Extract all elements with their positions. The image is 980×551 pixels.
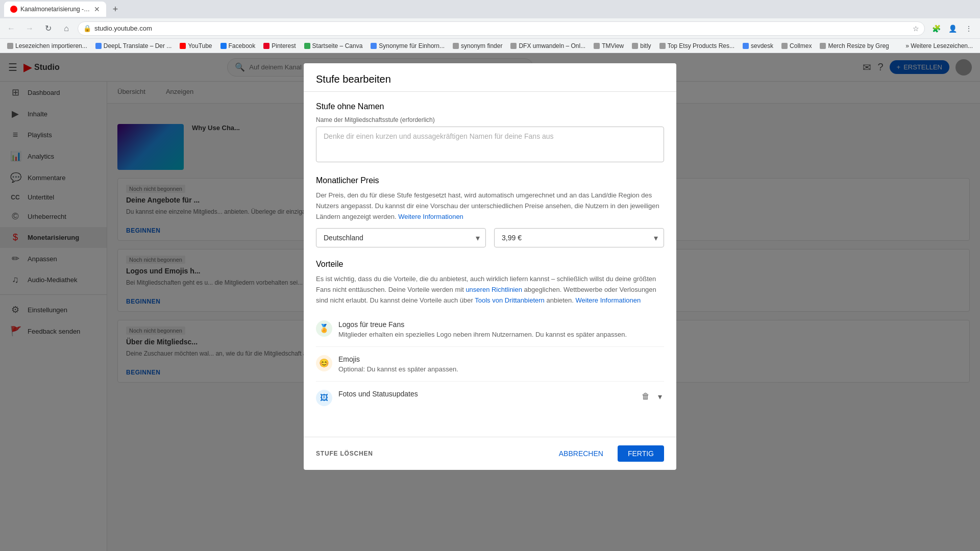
benefit-logos-content: Logos für treue Fans Mitglieder erhalten… xyxy=(338,320,664,338)
name-section: Stufe ohne Namen Name der Mitgliedschaft… xyxy=(316,102,664,164)
bookmark-label: Synonyme für Einhorn... xyxy=(379,42,445,49)
bookmark-favicon xyxy=(510,43,517,49)
modal-header: Stufe bearbeiten xyxy=(304,63,676,92)
bookmark-label: DFX umwandeln – Onl... xyxy=(519,42,585,49)
price-select[interactable]: 1,99 € 2,99 € 3,99 € 4,99 € 9,99 € xyxy=(494,228,664,247)
back-button[interactable]: ← xyxy=(4,21,18,36)
bookmark-youtube[interactable]: YouTube xyxy=(177,41,215,51)
section-title-name: Stufe ohne Namen xyxy=(316,102,664,111)
cancel-button[interactable]: ABBRECHEN xyxy=(551,445,611,462)
address-bar[interactable]: 🔒 studio.youtube.com ☆ xyxy=(78,21,925,36)
done-button[interactable]: FERTIG xyxy=(618,445,664,462)
bookmark-label: Collmex xyxy=(790,42,812,49)
bookmark-deepl[interactable]: DeepL Translate – Der ... xyxy=(92,41,175,51)
benefit-fotos-delete-btn[interactable]: 🗑 xyxy=(640,390,652,403)
tier-name-input[interactable] xyxy=(316,127,664,162)
bookmark-favicon xyxy=(263,43,270,49)
richtlinien-link[interactable]: unseren Richtlinien xyxy=(465,286,522,293)
bookmark-collmex[interactable]: Collmex xyxy=(778,41,815,51)
bookmark-favicon xyxy=(371,43,377,49)
country-select-wrap: Deutschland Österreich Schweiz ▾ xyxy=(316,228,486,247)
bookmark-synonym-finder[interactable]: synonym finder xyxy=(450,41,505,51)
new-tab-button[interactable]: + xyxy=(108,2,122,16)
section-title-price: Monatlicher Preis xyxy=(316,176,664,185)
delete-tier-button[interactable]: STUFE LÖSCHEN xyxy=(316,450,373,457)
bookmark-label: Startseite – Canva xyxy=(312,42,363,49)
country-select[interactable]: Deutschland Österreich Schweiz xyxy=(316,228,486,247)
benefit-logos-desc: Mitglieder erhalten ein spezielles Logo … xyxy=(338,331,664,338)
forward-button[interactable]: → xyxy=(22,21,37,36)
bookmark-favicon xyxy=(743,43,749,49)
tab-bar: Kanalmonetarisierung - YouTu... ✕ + xyxy=(0,0,980,18)
benefit-emojis-content: Emojis Optional: Du kannst es später anp… xyxy=(338,355,664,373)
bookmark-synonyme[interactable]: Synonyme für Einhorn... xyxy=(368,41,448,51)
bookmark-label: synonym finder xyxy=(461,42,502,49)
active-tab[interactable]: Kanalmonetarisierung - YouTu... ✕ xyxy=(4,2,106,17)
edit-tier-modal: Stufe bearbeiten Stufe ohne Namen Name d… xyxy=(304,63,676,470)
price-select-wrap: 1,99 € 2,99 € 3,99 € 4,99 € 9,99 € ▾ xyxy=(494,228,664,247)
more-bookmarks[interactable]: » Weitere Lesezeichen... xyxy=(902,41,976,51)
bookmark-label: bitly xyxy=(640,42,651,49)
benefit-fotos-icon: 🖼 xyxy=(316,390,332,406)
bookmark-label: YouTube xyxy=(188,42,212,49)
reload-button[interactable]: ↻ xyxy=(41,21,55,36)
extensions-icon[interactable]: 🧩 xyxy=(929,21,943,36)
benefit-fotos-actions: 🗑 ▾ xyxy=(640,390,664,404)
modal-overlay[interactable]: Stufe bearbeiten Stufe ohne Namen Name d… xyxy=(0,53,980,551)
bookmark-merch[interactable]: Merch Resize by Greg xyxy=(817,41,892,51)
bookmark-etsy[interactable]: Top Etsy Products Res... xyxy=(656,41,738,51)
bookmark-sevdesk[interactable]: sevdesk xyxy=(740,41,776,51)
benefits-section: Vorteile Es ist wichtig, dass du die Vor… xyxy=(316,260,664,414)
browser-menu-icon[interactable]: ⋮ xyxy=(962,21,976,36)
tools-link[interactable]: Tools von Drittanbietern xyxy=(475,296,545,304)
bookmark-dfx[interactable]: DFX umwandeln – Onl... xyxy=(507,41,589,51)
bookmark-favicon xyxy=(220,43,227,49)
section-title-benefits: Vorteile xyxy=(316,260,664,269)
bookmark-favicon xyxy=(304,43,310,49)
dropdowns-row: Deutschland Österreich Schweiz ▾ 1,99 € … xyxy=(316,228,664,247)
tab-title: Kanalmonetarisierung - YouTu... xyxy=(20,6,91,13)
bookmark-label: sevdesk xyxy=(751,42,773,49)
benefit-logos: 🏅 Logos für treue Fans Mitglieder erhalt… xyxy=(316,312,664,347)
benefit-fotos: 🖼 Fotos und Statusupdates 🗑 ▾ xyxy=(316,382,664,414)
bookmark-favicon xyxy=(7,43,13,49)
bookmark-label: Pinterest xyxy=(272,42,296,49)
bookmark-pinterest[interactable]: Pinterest xyxy=(260,41,299,51)
modal-footer: STUFE LÖSCHEN ABBRECHEN FERTIG xyxy=(304,437,676,470)
tab-close-button[interactable]: ✕ xyxy=(94,5,100,13)
benefit-emojis-title: Emojis xyxy=(338,355,664,363)
bookmark-label: DeepL Translate – Der ... xyxy=(104,42,172,49)
benefits-more-link[interactable]: Weitere Informationen xyxy=(576,296,641,304)
price-section: Monatlicher Preis Der Preis, den du für … xyxy=(316,176,664,247)
benefit-fotos-expand-btn[interactable]: ▾ xyxy=(656,390,664,404)
field-label-name: Name der Mitgliedschaftsstufe (erforderl… xyxy=(316,116,664,123)
bookmarks-bar: Lesezeichen importieren... DeepL Transla… xyxy=(0,39,980,53)
bookmark-label: Lesezeichen importieren... xyxy=(15,42,87,49)
home-button[interactable]: ⌂ xyxy=(59,21,74,36)
bookmark-favicon xyxy=(820,43,826,49)
address-text: studio.youtube.com xyxy=(94,24,152,32)
bookmark-import[interactable]: Lesezeichen importieren... xyxy=(4,41,90,51)
benefits-desc: Es ist wichtig, dass du die Vorteile, di… xyxy=(316,274,664,306)
footer-actions: ABBRECHEN FERTIG xyxy=(551,445,664,462)
bookmark-label: Merch Resize by Greg xyxy=(828,42,889,49)
benefit-logos-icon: 🏅 xyxy=(316,320,332,337)
bookmark-canva[interactable]: Startseite – Canva xyxy=(301,41,366,51)
bookmark-tmview[interactable]: TMView xyxy=(591,41,627,51)
profile-icon[interactable]: 👤 xyxy=(945,21,960,36)
bookmark-facebook[interactable]: Facebook xyxy=(217,41,259,51)
bookmark-bitly[interactable]: bitly xyxy=(629,41,654,51)
bookmark-favicon xyxy=(781,43,788,49)
modal-body: Stufe ohne Namen Name der Mitgliedschaft… xyxy=(304,92,676,437)
price-desc: Der Preis, den du für diese Stufe festge… xyxy=(316,190,664,222)
bookmark-favicon xyxy=(180,43,186,49)
browser-nav: ← → ↻ ⌂ 🔒 studio.youtube.com ☆ 🧩 👤 ⋮ xyxy=(0,18,980,39)
bookmark-star-icon[interactable]: ☆ xyxy=(913,24,919,33)
bookmark-favicon xyxy=(594,43,600,49)
tab-favicon xyxy=(10,6,17,13)
benefit-logos-title: Logos für treue Fans xyxy=(338,320,664,329)
browser-action-icons: 🧩 👤 ⋮ xyxy=(929,21,976,36)
price-more-link[interactable]: Weitere Informationen xyxy=(398,213,463,220)
bookmark-favicon xyxy=(659,43,666,49)
bookmark-favicon xyxy=(95,43,102,49)
